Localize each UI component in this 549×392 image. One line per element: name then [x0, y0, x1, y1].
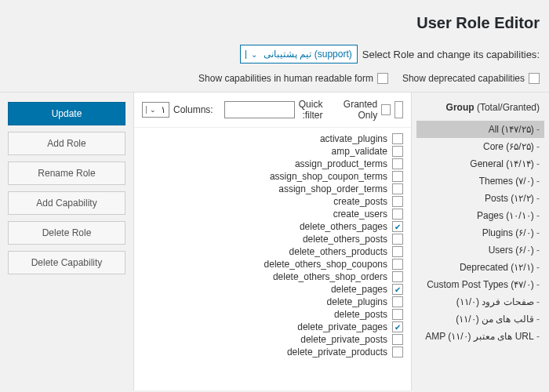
capability-row: delete_others_shop_orders	[142, 270, 403, 283]
human-readable-option[interactable]: Show capabilities in human readable form	[198, 73, 388, 84]
group-item[interactable]: Posts (۱۲/۲) -	[416, 190, 544, 207]
capability-label: create_users	[333, 209, 387, 220]
capability-row: delete_others_products	[142, 245, 403, 258]
quick-filter-label: Quick filter:	[299, 99, 323, 121]
capability-label: delete_private_pages	[297, 321, 387, 332]
group-item[interactable]: Core (۶۵/۲۵) -	[416, 138, 544, 155]
capability-checkbox[interactable]	[392, 271, 403, 282]
capability-checkbox[interactable]	[392, 209, 403, 220]
capability-checkbox[interactable]	[392, 183, 403, 194]
group-list: All (۱۴۷/۲۵) -Core (۶۵/۲۵) -General (۱۴/…	[416, 121, 544, 345]
capability-row: delete_others_shop_coupons	[142, 258, 403, 270]
delete-capability-button[interactable]: Delete Capability	[8, 251, 125, 274]
capability-checkbox[interactable]	[392, 334, 403, 345]
capability-row: amp_validate	[142, 145, 403, 158]
capability-checkbox[interactable]	[392, 158, 403, 169]
capability-checkbox[interactable]: ✔	[392, 221, 403, 232]
group-item[interactable]: Pages (۱۰/۱۰) -	[416, 207, 544, 224]
capability-label: assign_shop_order_terms	[278, 183, 387, 194]
capability-row: delete_private_posts	[142, 333, 403, 346]
granted-only-tall-checkbox[interactable]	[394, 101, 403, 118]
group-item[interactable]: Plugins (۶/۰) -	[416, 224, 544, 241]
capability-checkbox[interactable]: ✔	[392, 284, 403, 295]
capability-label: delete_others_products	[289, 246, 387, 257]
capability-label: assign_product_terms	[295, 158, 387, 169]
capability-row: activate_plugins	[142, 132, 403, 145]
rename-role-button[interactable]: Rename Role	[8, 162, 125, 185]
group-item[interactable]: General (۱۴/۱۴) -	[416, 155, 544, 172]
page-header: User Role Editor	[0, 0, 549, 40]
capability-checkbox[interactable]	[392, 259, 403, 270]
capability-checkbox[interactable]	[392, 196, 403, 207]
capability-row: assign_shop_order_terms	[142, 183, 403, 195]
capability-label: amp_validate	[332, 146, 387, 157]
capability-row: assign_product_terms	[142, 158, 403, 170]
capability-label: delete_others_shop_coupons	[264, 259, 387, 270]
role-select-row: :Select Role and change its capabilities…	[0, 40, 549, 68]
deprecated-label: Show deprecated capabilities	[402, 73, 525, 84]
capability-label: delete_others_posts	[303, 234, 387, 245]
group-item[interactable]: Users (۶/۰) -	[416, 241, 544, 259]
role-select-value: تیم پشتیبانی (support)	[264, 49, 352, 60]
capability-label: delete_private_products	[287, 347, 387, 358]
add-capability-button[interactable]: Add Capability	[8, 191, 125, 215]
granted-only-checkbox[interactable]	[381, 104, 390, 115]
actions-column: Update Add Role Rename Role Add Capabili…	[0, 93, 133, 390]
capability-checkbox[interactable]	[392, 234, 403, 245]
capability-row: delete_pages✔	[142, 283, 403, 296]
capability-label: delete_private_posts	[300, 334, 387, 345]
capability-row: delete_posts	[142, 308, 403, 321]
add-role-button[interactable]: Add Role	[8, 132, 125, 155]
capability-checkbox[interactable]	[392, 246, 403, 257]
capabilities-list: activate_pluginsamp_validateassign_produ…	[134, 128, 411, 390]
chevron-down-icon: ⌄	[146, 106, 156, 114]
capability-checkbox[interactable]	[392, 171, 403, 182]
columns-value: ۱	[161, 104, 165, 115]
columns-select[interactable]: ⌄ ۱	[142, 102, 169, 118]
group-item[interactable]: Deprecated (۱۲/۱) -	[416, 259, 544, 276]
capability-row: delete_private_products	[142, 346, 403, 358]
capability-row: delete_others_pages✔	[142, 220, 403, 233]
columns-control: :Columns ⌄ ۱	[142, 102, 213, 118]
groups-column: Group (Total/Granted) All (۱۴۷/۲۵) -Core…	[412, 93, 549, 390]
capability-label: delete_pages	[331, 284, 387, 295]
content: Group (Total/Granted) All (۱۴۷/۲۵) -Core…	[0, 93, 549, 390]
page-title: User Role Editor	[9, 14, 540, 32]
group-item[interactable]: All (۱۴۷/۲۵) -	[416, 121, 544, 138]
capability-row: delete_private_pages✔	[142, 321, 403, 333]
role-select[interactable]: ⌄ تیم پشتیبانی (support)	[240, 45, 358, 64]
update-button[interactable]: Update	[8, 102, 125, 125]
capability-row: assign_shop_coupon_terms	[142, 170, 403, 183]
capability-label: delete_plugins	[327, 296, 387, 307]
quick-filter: Quick filter:	[224, 99, 323, 121]
capability-row: delete_others_posts	[142, 233, 403, 245]
capability-checkbox[interactable]	[392, 296, 403, 307]
delete-role-button[interactable]: Delete Role	[8, 221, 125, 245]
group-item[interactable]: - URL های معتبر AMP (۱۱/۰)	[416, 328, 544, 345]
capabilities-column: Granted Only Quick filter: :Columns ⌄ ۱ …	[133, 93, 412, 390]
granted-only-label: Granted Only	[333, 99, 377, 121]
capability-label: create_posts	[333, 196, 387, 207]
human-readable-checkbox[interactable]	[377, 73, 388, 84]
deprecated-checkbox[interactable]	[529, 73, 540, 84]
quick-filter-input[interactable]	[224, 101, 295, 118]
capability-row: create_posts	[142, 195, 403, 208]
capability-checkbox[interactable]	[392, 146, 403, 157]
group-item[interactable]: - صفحات فرود (۱۱/۰)	[416, 293, 544, 310]
capability-checkbox[interactable]: ✔	[392, 321, 403, 332]
columns-label: :Columns	[173, 104, 213, 115]
capability-label: delete_others_pages	[300, 221, 387, 232]
capability-checkbox[interactable]	[392, 347, 403, 358]
capability-checkbox[interactable]	[392, 133, 403, 144]
group-item[interactable]: Custom Post Types (۴۷/۰) -	[416, 276, 544, 293]
capability-checkbox[interactable]	[392, 309, 403, 320]
options-row: Show deprecated capabilities Show capabi…	[0, 68, 549, 92]
group-item[interactable]: Themes (۷/۰) -	[416, 172, 544, 190]
group-item[interactable]: - قالب های من (۱۱/۰)	[416, 310, 544, 328]
deprecated-option[interactable]: Show deprecated capabilities	[402, 73, 540, 84]
capability-label: delete_posts	[334, 309, 387, 320]
capability-label: delete_others_shop_orders	[273, 271, 387, 282]
human-readable-label: Show capabilities in human readable form	[198, 73, 373, 84]
capability-row: delete_plugins	[142, 296, 403, 308]
granted-only-toggle[interactable]: Granted Only	[333, 99, 403, 121]
